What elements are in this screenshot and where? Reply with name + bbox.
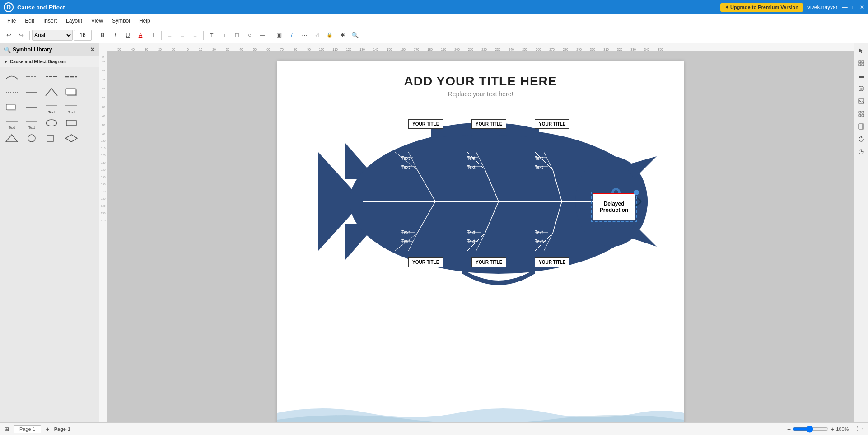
font-select[interactable]: Arial xyxy=(32,30,73,41)
shape-text-right[interactable]: Text xyxy=(3,116,21,130)
upgrade-button[interactable]: ✦ Upgrade to Premium Version xyxy=(720,3,803,12)
text-format-button[interactable]: T xyxy=(206,29,218,41)
shape-line-dash3[interactable] xyxy=(62,70,80,84)
svg-rect-70 xyxy=(862,64,864,66)
line-button[interactable]: — xyxy=(257,29,268,41)
canvas[interactable]: ADD YOUR TITLE HERE Replace your text he… xyxy=(107,51,854,422)
page-main-title[interactable]: ADD YOUR TITLE HERE xyxy=(277,74,684,89)
bottom-label-1[interactable]: YOUR TITLE xyxy=(408,257,443,267)
close-icon[interactable]: ✕ xyxy=(860,4,864,10)
svg-text:Text: Text xyxy=(535,165,543,170)
shape-circle[interactable] xyxy=(23,131,41,145)
tools-button[interactable]: ✱ xyxy=(336,29,348,41)
stroke-dash-button[interactable]: ⋯ xyxy=(299,29,310,41)
grid-btn[interactable] xyxy=(856,58,867,69)
cursor-tool-btn[interactable] xyxy=(856,45,867,56)
history-btn[interactable] xyxy=(856,146,867,157)
search-button[interactable]: 🔍 xyxy=(349,29,361,41)
bottom-label-3[interactable]: YOUR TITLE xyxy=(535,257,569,267)
underline-button[interactable]: U xyxy=(122,29,134,41)
shape-line-dash1[interactable] xyxy=(23,70,41,84)
svg-point-17 xyxy=(28,135,35,142)
panel-right-btn[interactable] xyxy=(856,121,867,132)
add-page-button[interactable]: + xyxy=(46,426,49,433)
shape-ellipse-curve[interactable] xyxy=(3,70,21,84)
svg-text:Text: Text xyxy=(467,165,476,170)
menu-help[interactable]: Help xyxy=(135,16,154,25)
redo-button[interactable]: ↪ xyxy=(15,29,27,41)
shape-line-short[interactable] xyxy=(23,101,41,114)
resize-handle-top-right[interactable] xyxy=(634,190,639,195)
shape-small-text[interactable]: Text xyxy=(23,116,41,130)
maximize-icon[interactable]: □ xyxy=(852,4,855,10)
rect-button[interactable]: □ xyxy=(231,29,243,41)
topbar: D Cause and Effect ✦ Upgrade to Premium … xyxy=(0,0,868,14)
zoom-out-button[interactable]: − xyxy=(787,426,791,433)
fill-button[interactable]: ▣ xyxy=(273,29,285,41)
shape-text-label2[interactable]: Text xyxy=(62,101,80,114)
panel-close-icon[interactable]: ✕ xyxy=(90,46,95,53)
page-tab-1[interactable]: Page-1 xyxy=(14,425,41,433)
italic-button[interactable]: I xyxy=(109,29,121,41)
menu-view[interactable]: View xyxy=(88,16,107,25)
align-center-button[interactable]: ≡ xyxy=(177,29,188,41)
zoom-slider[interactable] xyxy=(793,426,829,433)
shape-line-solid[interactable] xyxy=(23,85,41,99)
image-btn[interactable] xyxy=(856,96,867,107)
database-btn[interactable] xyxy=(856,83,867,94)
align-left-button[interactable]: ≡ xyxy=(164,29,176,41)
menu-file[interactable]: File xyxy=(4,16,19,25)
font-size-input[interactable] xyxy=(74,30,92,41)
fullscreen-button[interactable]: ⛶ xyxy=(852,426,858,432)
water-area xyxy=(277,395,684,422)
svg-rect-72 xyxy=(859,76,864,77)
shape-ellipse-outline[interactable] xyxy=(42,116,61,130)
minimize-icon[interactable]: — xyxy=(842,4,848,10)
font-color-button[interactable]: A xyxy=(135,29,146,41)
menu-insert[interactable]: Insert xyxy=(40,16,61,25)
search-icon[interactable]: 🔍 xyxy=(4,47,11,53)
svg-marker-16 xyxy=(6,135,18,142)
undo-button[interactable]: ↩ xyxy=(3,29,14,41)
sync-btn[interactable] xyxy=(856,134,867,145)
shape-line-angle[interactable] xyxy=(42,85,61,99)
shape-text-label1[interactable]: Text xyxy=(42,101,61,114)
bold-button[interactable]: B xyxy=(97,29,108,41)
layers-btn[interactable] xyxy=(856,70,867,81)
lock-button[interactable]: 🔒 xyxy=(324,29,336,41)
delayed-production-text: DelayedProduction xyxy=(600,201,628,213)
shape-triangle[interactable] xyxy=(3,131,21,145)
page-subtitle[interactable]: Replace your text here! xyxy=(277,90,684,98)
shape-diamond[interactable] xyxy=(62,131,80,145)
text-bg-button[interactable]: T xyxy=(147,29,159,41)
pen-button[interactable]: / xyxy=(286,29,298,41)
top-label-1[interactable]: YOUR TITLE xyxy=(408,119,443,129)
shape-square[interactable] xyxy=(42,131,61,145)
shape-line-dots[interactable] xyxy=(3,85,21,99)
delayed-production-box[interactable]: DelayedProduction xyxy=(593,193,635,220)
text-small-button[interactable]: T xyxy=(219,29,230,41)
library-section[interactable]: ▼ Cause and Effect Diagram xyxy=(0,56,99,67)
grid-view-icon[interactable]: ⊞ xyxy=(5,426,9,432)
shape-rect-outline[interactable] xyxy=(62,116,80,130)
shape-rect-shadow2[interactable] xyxy=(3,101,21,114)
fish-diagram[interactable]: Text Text Text Text Text Text xyxy=(304,107,657,296)
menu-symbol[interactable]: Symbol xyxy=(108,16,134,25)
selected-box-container[interactable]: DelayedProduction xyxy=(593,193,635,220)
text-above-button[interactable]: ≡ xyxy=(189,29,201,41)
circle-button[interactable]: ○ xyxy=(244,29,256,41)
shape-line-dash2[interactable] xyxy=(42,70,61,84)
top-label-3[interactable]: YOUR TITLE xyxy=(535,119,569,129)
zoom-in-button[interactable]: + xyxy=(831,426,834,433)
menu-layout[interactable]: Layout xyxy=(62,16,86,25)
zoom-level-label: 100% xyxy=(836,426,849,432)
shape-rect-shadow[interactable] xyxy=(62,85,80,99)
library-section-label: Cause and Effect Diagram xyxy=(10,59,66,64)
checkbox-button[interactable]: ☑ xyxy=(311,29,323,41)
svg-point-74 xyxy=(859,86,863,88)
bottom-label-2[interactable]: YOUR TITLE xyxy=(471,257,506,267)
menu-edit[interactable]: Edit xyxy=(21,16,38,25)
scroll-indicator: › xyxy=(862,426,863,432)
top-label-2[interactable]: YOUR TITLE xyxy=(471,119,506,129)
components-btn[interactable] xyxy=(856,108,867,119)
